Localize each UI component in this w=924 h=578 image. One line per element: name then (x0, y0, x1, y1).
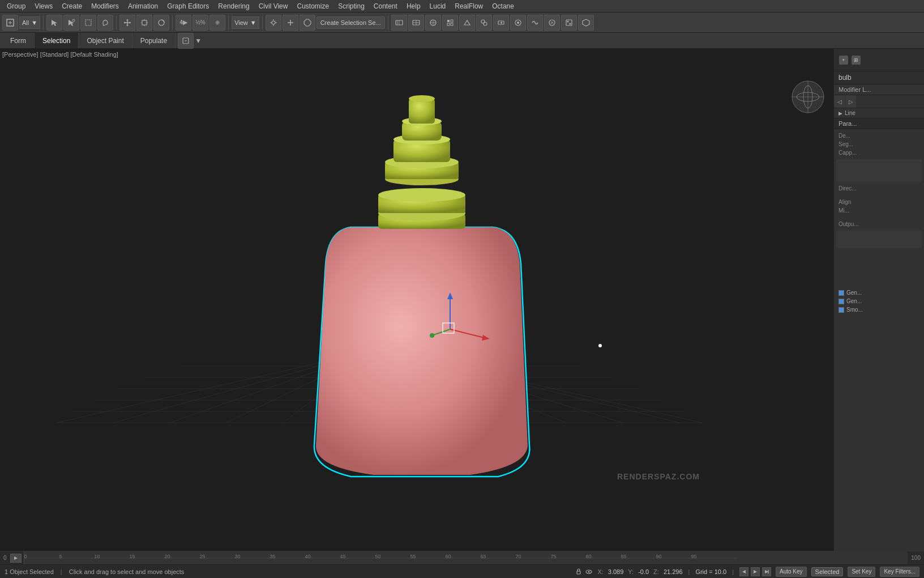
menu-rendering[interactable]: Rendering (213, 0, 254, 12)
icon-r10[interactable] (544, 15, 560, 31)
svg-marker-10 (126, 25, 129, 26)
menu-help[interactable]: Help (402, 0, 425, 12)
sub-extra-arrow[interactable]: ▼ (195, 37, 202, 45)
icon-r4[interactable] (442, 15, 458, 31)
svg-rect-84 (409, 99, 435, 124)
icon-r7[interactable] (493, 15, 509, 31)
right-panel: + ⊞ bulb Modifier L... ◁ ▷ ▶ Line Para..… (833, 49, 924, 551)
icon-r2[interactable] (408, 15, 424, 31)
menu-modifiers[interactable]: Modifiers (87, 0, 123, 12)
sub-tab-form[interactable]: Form (2, 33, 35, 48)
icon-r12[interactable] (578, 15, 594, 31)
plus-btn[interactable] (283, 15, 298, 31)
lock-icon[interactable] (575, 568, 583, 576)
separator-h2 (834, 217, 924, 218)
freeform-select-btn[interactable] (97, 15, 113, 31)
svg-rect-47 (566, 20, 572, 26)
panel-tab-1[interactable]: ◁ (834, 95, 845, 108)
key-filters-btn[interactable]: Key Filters... (880, 567, 919, 577)
icon-r8[interactable] (510, 15, 526, 31)
param-row-dir: Direc... (834, 184, 924, 193)
rpanel-add-btn[interactable]: + (839, 56, 848, 65)
snap-btn[interactable]: ⊕ (209, 15, 225, 31)
mode-dropdown[interactable]: All ▼ (19, 16, 40, 29)
menu-octane[interactable]: Octane (487, 0, 519, 12)
separator3 (172, 16, 173, 29)
timeline-play-btn[interactable] (10, 554, 22, 563)
selected-badge: Selected (811, 567, 844, 576)
separator6 (388, 16, 388, 29)
icon-r9[interactable] (527, 15, 543, 31)
snap2-btn[interactable] (266, 15, 281, 31)
icon-r5[interactable] (459, 15, 475, 31)
checkbox-smo[interactable]: Smo... (834, 305, 924, 314)
modifier-label: Modifier L... (834, 84, 924, 95)
scale-btn[interactable] (136, 15, 152, 31)
toolbar-left-icon[interactable] (2, 15, 18, 31)
y-value: -0.0 (638, 568, 649, 575)
svg-marker-12 (130, 22, 131, 24)
svg-marker-50 (583, 19, 589, 26)
menu-group[interactable]: Group (2, 0, 30, 12)
sub-tab-object-paint[interactable]: Object Paint (79, 33, 132, 48)
grid-label: Grid = 10.0 (695, 568, 726, 575)
octagon-btn[interactable] (300, 15, 315, 31)
svg-marker-106 (754, 570, 757, 573)
main-toolbar: All ▼ 4▶ ½% ⊕ View ▼ Create (0, 12, 924, 33)
auto-key-btn[interactable]: Auto Key (776, 567, 807, 577)
view-dropdown[interactable]: View ▼ (232, 16, 259, 29)
move-btn[interactable] (119, 15, 135, 31)
y-label: Y: (628, 568, 634, 575)
svg-rect-38 (447, 23, 450, 26)
menu-graph-editors[interactable]: Graph Editors (162, 0, 213, 12)
viewport[interactable]: [Perspective] [Standard] [Default Shadin… (0, 49, 833, 551)
4d-btn[interactable]: 4▶ (176, 15, 191, 31)
prev-frame-btn[interactable] (739, 567, 748, 576)
next-frame-btn[interactable] (762, 567, 771, 576)
eye-icon[interactable] (585, 568, 593, 576)
svg-rect-36 (447, 20, 450, 22)
panel-tab-2[interactable]: ▷ (845, 95, 857, 108)
menu-realflow[interactable]: RealFlow (450, 0, 487, 12)
menu-lucid[interactable]: Lucid (425, 0, 451, 12)
timeline-markers[interactable]: 0 5 10 15 20 25 30 35 40 45 50 55 60 65 … (24, 551, 908, 564)
sub-tab-populate[interactable]: Populate (132, 33, 176, 48)
status-hint: Click and drag to select and move object… (69, 568, 185, 575)
live-select-btn[interactable] (63, 15, 79, 31)
menu-create[interactable]: Create (57, 0, 87, 12)
svg-point-49 (569, 23, 571, 24)
menu-views[interactable]: Views (30, 0, 57, 12)
menu-animation[interactable]: Animation (123, 0, 162, 12)
set-key-btn[interactable]: Set Key (848, 567, 875, 577)
icon-r11[interactable] (561, 15, 577, 31)
percent-btn[interactable]: ½% (192, 15, 208, 31)
status-right: X: 3.089 Y: -0.0 Z: 21.296 | Grid = 10.0… (575, 567, 919, 577)
timeline-frame-end: 100 (908, 555, 924, 561)
play-btn[interactable] (751, 567, 760, 576)
create-selection-btn[interactable]: Create Selection Se... (316, 16, 385, 29)
svg-point-104 (588, 571, 590, 572)
svg-point-76 (378, 188, 465, 202)
box-select-btn[interactable] (80, 15, 96, 31)
svg-rect-102 (577, 571, 580, 574)
menu-civil-view[interactable]: Civil View (254, 0, 293, 12)
menu-customize[interactable]: Customize (292, 0, 333, 12)
param-gradient-box (836, 159, 922, 182)
sub-tab-selection[interactable]: Selection (35, 33, 79, 48)
menu-scripting[interactable]: Scripting (333, 0, 369, 12)
svg-marker-26 (304, 19, 311, 26)
sub-extra-icon[interactable] (178, 33, 194, 49)
checkbox-gen2[interactable]: Gen... (834, 297, 924, 305)
navigation-cube[interactable] (788, 77, 828, 117)
menu-content[interactable]: Content (369, 0, 402, 12)
menu-bar: Group Views Create Modifiers Animation G… (0, 0, 924, 12)
icon-r3[interactable] (425, 15, 441, 31)
rotate-btn[interactable] (153, 15, 169, 31)
rpanel-icon-btn[interactable]: ⊞ (852, 56, 861, 65)
separator2 (116, 16, 117, 29)
checkbox-gen1[interactable]: Gen... (834, 288, 924, 297)
svg-point-41 (484, 22, 487, 26)
icon-r1[interactable] (391, 15, 407, 31)
select-tool-btn[interactable] (46, 15, 62, 31)
icon-r6[interactable] (476, 15, 492, 31)
